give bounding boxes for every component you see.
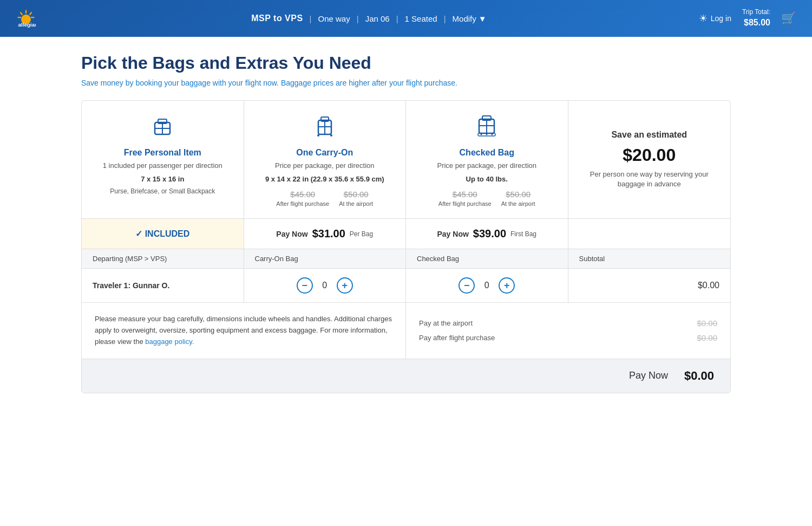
route-label: MSP to VPS: [251, 14, 303, 23]
subtotal-header: Subtotal: [568, 249, 731, 268]
pay-now-total-row: Pay Now $0.00: [82, 359, 730, 393]
notes-text: Please measure your bag carefully, dimen…: [95, 315, 392, 346]
checked-bag-col: Checked Bag Price per package, per direc…: [406, 101, 568, 218]
svg-point-15: [317, 134, 319, 137]
carry-on-size: 9 x 14 x 22 in (22.9 x 35.6 x 55.9 cm): [255, 175, 395, 183]
save-title: Save an estimated: [611, 130, 687, 140]
carry-on-decrease-button[interactable]: −: [297, 277, 313, 294]
carry-on-qty-value: 0: [320, 281, 329, 290]
trip-date: Jan 06: [365, 14, 390, 23]
subtotal-value: $0.00: [698, 281, 719, 290]
carry-on-col: One Carry-On Price per package, per dire…: [244, 101, 407, 218]
personal-item-icon: [93, 114, 233, 142]
carry-on-pay-now-price: $31.00: [312, 228, 345, 240]
included-col: ✓ INCLUDED: [82, 219, 244, 249]
svg-line-2: [30, 12, 31, 15]
carry-on-label-airport: At the airport: [339, 200, 373, 207]
carry-on-strike-airport: $50.00: [339, 190, 373, 199]
free-item-size: 7 x 15 x 16 in: [93, 175, 233, 183]
pay-airport-price: $0.00: [697, 319, 717, 328]
checked-pay-now-price: $39.00: [473, 228, 506, 240]
site-header: allegiant MSP to VPS | One way | Jan 06 …: [0, 0, 812, 37]
carry-on-strike-after: $45.00: [276, 190, 329, 199]
trip-total: Trip Total: $85.00: [742, 8, 770, 29]
included-label: ✓ INCLUDED: [135, 229, 189, 239]
carry-on-desc: Price per package, per direction: [255, 161, 395, 171]
checked-price-airport: $50.00 At the airport: [501, 190, 535, 207]
route-from: MSP: [251, 14, 271, 23]
save-amount: $20.00: [623, 145, 676, 165]
traveler-name: Traveler 1: Gunnar O.: [93, 281, 169, 290]
carry-on-label-after: After flight purchase: [276, 200, 329, 207]
login-button[interactable]: ☀ Log in: [699, 12, 731, 24]
route-to: VPS: [285, 14, 303, 23]
checked-bag-header: Checked Bag: [406, 249, 568, 268]
subtotal-col: $0.00: [568, 269, 731, 302]
carry-on-pay-now-per: Per Bag: [350, 230, 373, 238]
pay-after-row: Pay after flight purchase $0.00: [419, 333, 717, 342]
carry-on-icon: [255, 114, 395, 142]
allegiant-logo-icon: allegiant: [16, 9, 36, 28]
carry-on-title: One Carry-On: [255, 148, 395, 158]
traveler-label: Traveler 1:: [93, 281, 130, 290]
modify-label: Modify: [453, 14, 476, 23]
carry-on-qty-control: − 0 +: [297, 277, 353, 294]
sep3: |: [396, 14, 398, 23]
trip-total-label: Trip Total:: [742, 8, 770, 17]
carry-on-header: Carry-On Bag: [244, 249, 407, 268]
carry-on-action-col: Pay Now $31.00 Per Bag: [244, 219, 407, 249]
bag-options-table: Free Personal Item 1 included per passen…: [81, 100, 731, 393]
free-item-desc: 1 included per passenger per direction: [93, 161, 233, 171]
checked-label-airport: At the airport: [501, 200, 535, 207]
sep2: |: [357, 14, 359, 23]
svg-text:allegiant: allegiant: [18, 22, 36, 28]
main-content: Pick the Bags and Extras You Need Save m…: [60, 37, 752, 415]
svg-point-23: [486, 134, 488, 135]
pay-airport-label: Pay at the airport: [419, 319, 473, 327]
login-icon: ☀: [699, 12, 708, 24]
checked-increase-button[interactable]: +: [499, 277, 515, 294]
svg-line-4: [21, 12, 22, 15]
carry-on-increase-button[interactable]: +: [337, 277, 353, 294]
checked-bag-size: Up to 40 lbs.: [417, 175, 557, 183]
checked-qty-control: − 0 +: [459, 277, 515, 294]
login-label: Log in: [711, 14, 731, 23]
checked-strike-airport: $50.00: [501, 190, 535, 199]
free-item-note: Purse, Briefcase, or Small Backpack: [93, 187, 233, 195]
sep4: |: [444, 14, 446, 23]
svg-point-22: [481, 134, 482, 135]
pay-after-label: Pay after flight purchase: [419, 334, 495, 342]
svg-point-24: [492, 134, 493, 135]
checked-bag-title: Checked Bag: [417, 148, 557, 158]
departing-header: Departing (MSP > VPS): [82, 249, 244, 268]
save-col: Save an estimated $20.00 Per person one …: [568, 101, 731, 218]
logo[interactable]: allegiant: [16, 9, 39, 28]
modify-button[interactable]: Modify ▼: [453, 14, 487, 23]
carry-on-price-after: $45.00 After flight purchase: [276, 190, 329, 207]
free-item-col: Free Personal Item 1 included per passen…: [82, 101, 244, 218]
carry-on-prices: $45.00 After flight purchase $50.00 At t…: [255, 190, 395, 207]
traveler-name-value: Gunnar O.: [133, 281, 169, 290]
checked-bag-prices: $45.00 After flight purchase $50.00 At t…: [417, 190, 557, 207]
notes-row: Please measure your bag carefully, dimen…: [82, 303, 730, 359]
traveler-row: Traveler 1: Gunnar O. − 0 + − 0 + $: [82, 269, 730, 303]
save-desc: Per person one way by reserving your bag…: [579, 170, 720, 189]
checked-label-after: After flight purchase: [438, 200, 492, 207]
pay-total-label: Pay Now: [629, 370, 668, 381]
page-title: Pick the Bags and Extras You Need: [81, 53, 731, 73]
checked-bag-desc: Price per package, per direction: [417, 161, 557, 171]
checked-pay-now-label: Pay Now: [437, 230, 468, 238]
baggage-policy-link[interactable]: baggage policy.: [145, 337, 194, 346]
carry-on-pay-now-label: Pay Now: [276, 230, 307, 238]
flight-info-nav: MSP to VPS | One way | Jan 06 | 1 Seated…: [251, 14, 486, 23]
free-item-title: Free Personal Item: [93, 148, 233, 158]
checked-bag-icon: [417, 114, 557, 142]
route-arrow: to: [273, 14, 285, 23]
checked-decrease-button[interactable]: −: [459, 277, 475, 294]
checked-strike-after: $45.00: [438, 190, 492, 199]
save-action-col: [568, 219, 731, 249]
cart-icon[interactable]: 🛒: [781, 11, 796, 25]
notes-left: Please measure your bag carefully, dimen…: [82, 303, 406, 358]
options-row: Free Personal Item 1 included per passen…: [82, 101, 730, 219]
column-headers: Departing (MSP > VPS) Carry-On Bag Check…: [82, 249, 730, 269]
